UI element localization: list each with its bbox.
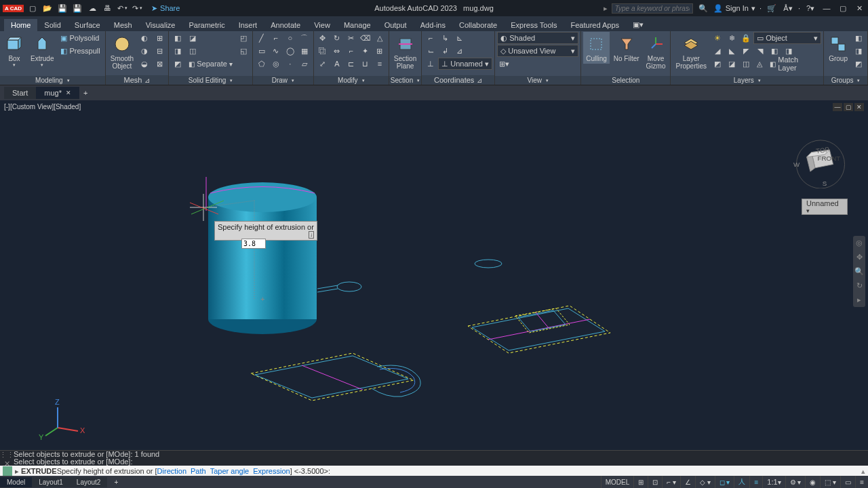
tab-insert[interactable]: Insert [232,19,264,31]
panel-layers[interactable]: Layers [671,76,823,85]
ucs-2[interactable]: ↳ [438,32,452,44]
line-icon[interactable]: ╱ [255,32,269,44]
tab-addins[interactable]: Add-ins [414,19,452,31]
se-7[interactable]: ◱ [237,45,250,57]
polysolid-button[interactable]: ▣Polysolid [58,32,102,44]
layer-sun-icon[interactable]: ☀ [711,32,724,44]
stretch-icon[interactable]: ⇔ [330,45,344,57]
text-icon[interactable]: A [330,58,344,70]
tab-close-icon[interactable]: ✕ [66,89,71,96]
qat-saveas-icon[interactable]: 💾 [71,2,83,14]
array-icon[interactable]: ⊞ [373,45,387,57]
view-dropdown[interactable]: ◇ Unsaved View▾ [497,45,578,57]
tab-express[interactable]: Express Tools [504,19,564,31]
status-ortho-icon[interactable]: ⌐ ▾ [662,476,680,488]
tab-solid[interactable]: Solid [37,19,67,31]
ellipse-icon[interactable]: ◯ [283,45,297,57]
fillet-icon[interactable]: ⌐ [344,45,358,57]
status-model[interactable]: MODEL [601,476,634,488]
ly-8[interactable]: ◪ [725,58,738,70]
ucs-1[interactable]: ⌐ [424,32,437,44]
ly-9[interactable]: ◫ [739,58,753,70]
panel-view[interactable]: View [495,76,580,85]
visual-style-dropdown[interactable]: ◐ Shaded▾ [497,32,578,44]
move-icon[interactable]: ✥ [316,32,330,44]
tab-parametric[interactable]: Parametric [182,19,231,31]
se-3[interactable]: ◩ [171,58,184,70]
cmd-handle-icon[interactable]: ⋮⋮ [0,451,14,460]
qat-new-icon[interactable]: ▢ [26,2,39,14]
status-polar-icon[interactable]: ∠ [680,476,695,488]
se-1[interactable]: ◧ [171,32,184,44]
scale-icon[interactable]: ⤢ [316,58,330,70]
dynamic-input[interactable] [241,239,266,249]
tab-mesh[interactable]: Mesh [107,19,139,31]
qat-save-icon[interactable]: 💾 [56,2,68,14]
modeltab-add-icon[interactable]: + [107,477,125,487]
viewcube[interactable]: FRONT TOP W S Unnamed ▾ [793,134,848,188]
mesh-tool-1[interactable]: ◐ [138,32,151,44]
qat-redo-icon[interactable]: ↷ [131,2,143,14]
status-grid-icon[interactable]: ⊞ [633,476,648,488]
tab-home[interactable]: Home [4,19,37,31]
status-clean-icon[interactable]: ▭ [840,476,855,488]
modeltab-layout2[interactable]: Layout2 [70,477,108,487]
cmd-close-icon[interactable]: ✕ [4,460,10,468]
group-button[interactable]: Group [826,32,850,64]
ly-1[interactable]: ◢ [711,45,724,57]
app-switcher-icon[interactable]: Å▾ [782,2,794,14]
layer-freeze-icon[interactable]: ❄ [725,32,738,44]
qat-undo-icon[interactable]: ↶ [116,2,128,14]
filter-button[interactable]: No Filter [611,32,642,64]
viewport-icon[interactable]: ⊞▾ [497,58,511,70]
status-custom-icon[interactable]: ≡ [855,476,868,488]
panel-modeling[interactable]: Modeling [0,76,105,85]
viewcube-ucs[interactable]: Unnamed ▾ [802,199,848,215]
se-2[interactable]: ◨ [171,45,184,57]
box-button[interactable]: Box▾ [2,32,26,69]
copy-icon[interactable]: ⿻ [316,45,330,57]
rect-icon[interactable]: ▭ [255,45,269,57]
circle-icon[interactable]: ○ [283,32,297,44]
new-tab-icon[interactable]: + [79,87,92,99]
trim-icon[interactable]: ✂ [344,32,358,44]
status-snap-icon[interactable]: ⊡ [648,476,662,488]
smooth-object-button[interactable]: Smooth Object [108,32,136,71]
ucs-dropdown[interactable]: ⊥ Unnamed▾ [438,58,492,70]
tab-start[interactable]: Start [4,87,36,99]
ly-7[interactable]: ◩ [711,58,724,70]
qat-open-icon[interactable]: 📂 [41,2,54,14]
layer-props-button[interactable]: Layer Properties [673,32,709,71]
mirror-icon[interactable]: △ [373,32,387,44]
grp-2[interactable]: ◨ [852,45,865,57]
status-3dosnap-icon[interactable]: 人 [734,476,749,488]
status-iso-icon[interactable]: ◇ ▾ [695,476,715,488]
nav-bar[interactable]: ◎✥🔍↻▸ [853,236,865,307]
arc-icon[interactable]: ⌒ [298,32,311,44]
grp-1[interactable]: ◧ [852,32,865,44]
tab-surface[interactable]: Surface [68,19,107,31]
modeltab-model[interactable]: Model [0,477,32,487]
offset-icon[interactable]: ⊏ [344,58,358,70]
polyline-icon[interactable]: ⌐ [269,32,283,44]
status-gear-icon[interactable]: ⚙ ▾ [785,476,806,488]
mesh-tool-6[interactable]: ⊠ [153,58,166,70]
panel-mesh[interactable]: Mesh ⊿ [106,75,168,85]
panel-solid-editing[interactable]: Solid Editing [169,76,252,85]
se-6[interactable]: ◰ [237,32,250,44]
erase-icon[interactable]: ⌫ [359,32,372,44]
status-cycle-icon[interactable]: ◉ [805,476,820,488]
donut-icon[interactable]: ◎ [269,58,283,70]
search-input[interactable] [612,3,693,14]
tab-collaborate[interactable]: Collaborate [452,19,504,31]
layer-dropdown[interactable]: ▭ Object▾ [753,32,821,44]
tab-view[interactable]: View [307,19,337,31]
ly-10[interactable]: ◬ [753,58,766,70]
region-icon[interactable]: ▱ [298,58,311,70]
viewport[interactable]: [-][Custom View][Shaded] —▢✕ + X Y Z [0,100,868,450]
point-icon[interactable]: · [283,58,297,70]
share-button[interactable]: ➤ Share [151,4,180,13]
panel-section[interactable]: Section [389,76,421,85]
mesh-tool-4[interactable]: ⊞ [153,32,166,44]
tab-featured[interactable]: Featured Apps [564,19,627,31]
